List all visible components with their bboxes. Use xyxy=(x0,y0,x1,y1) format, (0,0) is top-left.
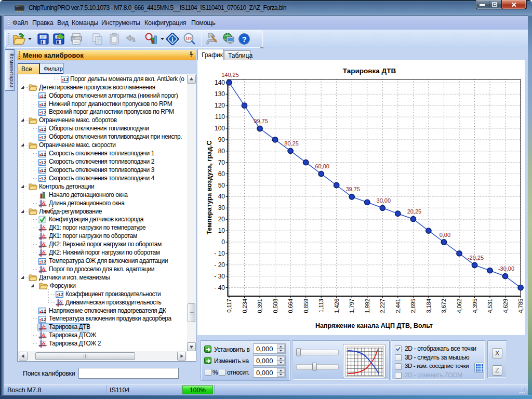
svg-text:- 30: - 30 xyxy=(214,273,225,280)
svg-text:30: 30 xyxy=(218,204,225,211)
svg-text:20,25: 20,25 xyxy=(407,208,422,215)
svg-text:0,00: 0,00 xyxy=(440,232,450,238)
svg-text:130: 130 xyxy=(215,90,225,98)
svg-text:140,25: 140,25 xyxy=(221,72,239,78)
svg-text:4,395: 4,395 xyxy=(472,299,478,313)
svg-text:120: 120 xyxy=(215,102,225,109)
svg-text:1.2: 1.2 xyxy=(41,135,46,140)
svg-text:4,062: 4,062 xyxy=(456,299,462,313)
svg-text:1,113: 1,113 xyxy=(318,299,324,313)
svg-text:1,426: 1,426 xyxy=(334,299,340,313)
svg-text:0,234: 0,234 xyxy=(242,299,248,313)
svg-text:Напряжение канала АЦП ДТВ, Вол: Напряжение канала АЦП ДТВ, Вольт xyxy=(315,322,433,329)
svg-text:40: 40 xyxy=(218,193,225,200)
svg-text:3,184: 3,184 xyxy=(425,299,432,313)
svg-text:1.2: 1.2 xyxy=(41,94,46,99)
svg-text:4,785: 4,785 xyxy=(517,299,524,313)
svg-text:110: 110 xyxy=(215,113,225,121)
svg-text:1.2: 1.2 xyxy=(41,259,46,264)
svg-text:1,992: 1,992 xyxy=(364,299,370,313)
svg-text:0,117: 0,117 xyxy=(226,299,232,313)
svg-text:0,664: 0,664 xyxy=(287,299,294,313)
svg-text:1.2: 1.2 xyxy=(41,176,46,181)
svg-text:Температура воздуха, град.С: Температура воздуха, град.С xyxy=(206,141,213,235)
svg-text:2,695: 2,695 xyxy=(410,299,416,313)
svg-text:-20,25: -20,25 xyxy=(468,255,484,261)
svg-text:Тарировка ДТВ: Тарировка ДТВ xyxy=(343,67,396,75)
svg-text:1,797: 1,797 xyxy=(349,299,355,313)
svg-text:60,00: 60,00 xyxy=(315,163,329,169)
svg-text:4,629: 4,629 xyxy=(502,299,509,313)
svg-text:80,25: 80,25 xyxy=(284,140,299,147)
svg-text:60: 60 xyxy=(218,170,225,178)
svg-text:110: 110 xyxy=(185,36,192,41)
svg-text:50: 50 xyxy=(218,182,225,189)
svg-text:1.2: 1.2 xyxy=(41,168,46,174)
svg-text:20: 20 xyxy=(218,216,225,223)
svg-text:99,75: 99,75 xyxy=(254,118,268,124)
svg-text:39,75: 39,75 xyxy=(345,186,360,192)
svg-text:10: 10 xyxy=(218,227,225,234)
svg-text:0,391: 0,391 xyxy=(257,299,263,313)
svg-text:2,227: 2,227 xyxy=(379,299,385,313)
svg-text:?: ? xyxy=(242,35,246,44)
svg-text:1.2: 1.2 xyxy=(41,127,46,132)
svg-text:-30,00: -30,00 xyxy=(498,265,514,272)
svg-text:1.2: 1.2 xyxy=(41,152,46,157)
svg-text:1.2: 1.2 xyxy=(58,292,63,297)
svg-text:140: 140 xyxy=(215,79,225,86)
svg-text:- 20: - 20 xyxy=(214,261,225,269)
svg-text:70: 70 xyxy=(218,159,225,166)
svg-text:2,441: 2,441 xyxy=(395,299,401,313)
svg-text:- 40: - 40 xyxy=(214,284,225,291)
svg-text:1.2: 1.2 xyxy=(63,77,68,82)
svg-text:100: 100 xyxy=(215,125,225,132)
svg-text:1.2: 1.2 xyxy=(41,102,46,107)
svg-text:4,531: 4,531 xyxy=(487,299,493,313)
svg-text:1.2: 1.2 xyxy=(41,110,46,115)
svg-text:0: 0 xyxy=(221,238,225,246)
svg-text:1.2: 1.2 xyxy=(41,160,46,165)
svg-text:1.2: 1.2 xyxy=(41,309,46,314)
svg-text:3,672: 3,672 xyxy=(441,299,447,313)
svg-text:30,00: 30,00 xyxy=(377,197,391,204)
svg-text:0,508: 0,508 xyxy=(272,299,278,313)
svg-text:1.2: 1.2 xyxy=(41,317,46,322)
svg-text:90: 90 xyxy=(218,136,225,143)
svg-text:- 10: - 10 xyxy=(214,250,225,257)
svg-text:0,859: 0,859 xyxy=(303,299,309,313)
svg-text:80: 80 xyxy=(218,148,225,155)
